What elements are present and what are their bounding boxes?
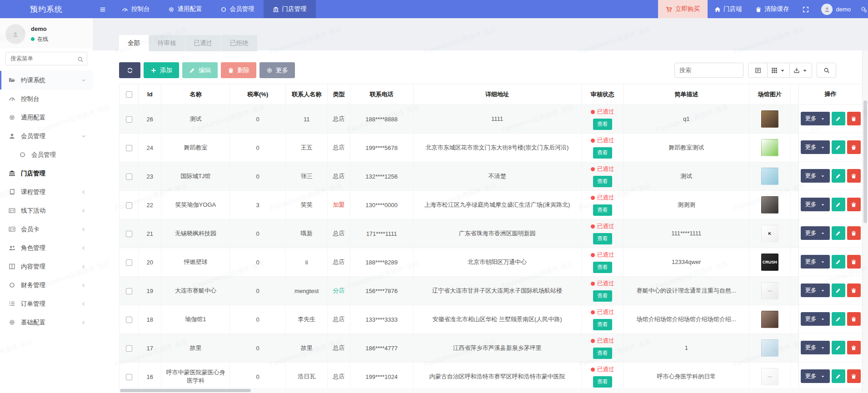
row-checkbox[interactable]	[126, 345, 132, 352]
row-edit-button[interactable]	[832, 284, 845, 297]
more-button[interactable]: 更多	[259, 62, 295, 78]
status-view-button[interactable]: 查看	[593, 147, 612, 159]
row-delete-button[interactable]	[847, 255, 861, 269]
tab-3[interactable]: 已通过	[185, 35, 221, 51]
row-checkbox[interactable]	[126, 288, 132, 294]
row-edit-button[interactable]	[832, 312, 845, 326]
sidebar-item-12[interactable]: 财务管理	[0, 276, 93, 294]
row-more-button[interactable]: 更多	[801, 312, 830, 326]
columns-button[interactable]	[768, 63, 790, 78]
row-edit-button[interactable]	[832, 255, 845, 269]
row-more-button[interactable]: 更多	[801, 341, 830, 354]
status-view-button[interactable]: 查看	[593, 262, 612, 273]
buy-now-button[interactable]: 立即购买	[658, 0, 708, 18]
status-view-button[interactable]: 查看	[593, 176, 612, 187]
sidebar-item-10[interactable]: 角色管理	[0, 239, 93, 257]
add-button[interactable]: 添加	[144, 62, 179, 78]
sidebar-item-6[interactable]: 门店管理	[0, 164, 93, 183]
row-more-button[interactable]: 更多	[801, 369, 830, 383]
venue-thumbnail[interactable]	[761, 168, 778, 185]
tab-1[interactable]: 全部	[119, 35, 149, 51]
store-portal-link[interactable]: 门店端	[708, 0, 749, 18]
status-view-button[interactable]: 查看	[593, 376, 612, 388]
row-delete-button[interactable]	[847, 369, 861, 383]
status-view-button[interactable]: 查看	[593, 233, 612, 244]
row-delete-button[interactable]	[847, 226, 861, 240]
row-more-button[interactable]: 更多	[801, 140, 830, 154]
top-nav-item-2[interactable]: 通用配置	[159, 0, 211, 18]
detail-view-button[interactable]	[748, 63, 768, 78]
table-search-input[interactable]	[674, 63, 743, 78]
user-menu[interactable]: demo	[816, 0, 856, 18]
row-more-button[interactable]: 更多	[801, 255, 830, 269]
fullscreen-button[interactable]	[796, 0, 816, 18]
row-more-button[interactable]: 更多	[801, 284, 830, 297]
row-delete-button[interactable]	[847, 169, 861, 183]
export-button[interactable]	[790, 63, 812, 78]
select-all-checkbox[interactable]	[126, 91, 132, 98]
row-checkbox[interactable]	[126, 145, 132, 151]
row-edit-button[interactable]	[832, 226, 845, 240]
row-checkbox[interactable]	[126, 259, 132, 266]
horizontal-scrollbar-thumb[interactable]	[120, 389, 251, 392]
sidebar-item-2[interactable]: 控制台	[0, 90, 93, 108]
vertical-scrollbar-thumb[interactable]	[863, 100, 867, 223]
vertical-scrollbar[interactable]	[862, 50, 868, 393]
venue-thumbnail[interactable]	[761, 196, 778, 214]
delete-button[interactable]: 删除	[221, 62, 256, 78]
row-more-button[interactable]: 更多	[801, 169, 830, 183]
sidebar-item-4[interactable]: 会员管理	[0, 127, 93, 145]
sidebar-item-11[interactable]: 内容管理	[0, 257, 93, 276]
row-delete-button[interactable]	[847, 198, 861, 211]
sidebar-item-3[interactable]: 通用配置	[0, 108, 93, 127]
row-edit-button[interactable]	[832, 369, 845, 383]
sidebar-item-14[interactable]: 基础配置	[0, 313, 93, 332]
tab-4[interactable]: 已拒绝	[221, 35, 257, 51]
refresh-button[interactable]	[119, 62, 140, 78]
venue-thumbnail[interactable]	[761, 339, 778, 357]
row-checkbox[interactable]	[126, 231, 132, 237]
venue-thumbnail[interactable]: —	[761, 368, 778, 385]
horizontal-scrollbar[interactable]	[119, 388, 862, 393]
sidebar-item-1[interactable]: 约课系统	[0, 71, 93, 90]
row-checkbox[interactable]	[126, 317, 132, 323]
row-checkbox[interactable]	[126, 116, 132, 123]
menu-search-input[interactable]	[5, 52, 87, 65]
row-delete-button[interactable]	[847, 312, 861, 326]
venue-thumbnail[interactable]	[761, 110, 778, 128]
clear-cache-link[interactable]: 清除缓存	[748, 0, 796, 18]
top-nav-item-4[interactable]: 门店管理	[264, 0, 316, 18]
row-more-button[interactable]: 更多	[801, 226, 830, 240]
row-edit-button[interactable]	[832, 198, 845, 211]
row-checkbox[interactable]	[126, 202, 132, 209]
row-more-button[interactable]: 更多	[801, 198, 830, 211]
row-more-button[interactable]: 更多	[801, 112, 830, 125]
top-nav-item-3[interactable]: 会员管理	[211, 0, 264, 18]
edit-button[interactable]: 编辑	[182, 62, 218, 78]
row-delete-button[interactable]	[847, 284, 861, 297]
row-delete-button[interactable]	[847, 341, 861, 354]
sidebar-item-9[interactable]: 会员卡	[0, 220, 93, 239]
tab-2[interactable]: 待审核	[149, 35, 185, 51]
row-edit-button[interactable]	[832, 169, 845, 183]
venue-thumbnail[interactable]: CRUSH	[761, 254, 778, 271]
row-delete-button[interactable]	[847, 140, 861, 154]
status-view-button[interactable]: 查看	[593, 119, 612, 130]
venue-thumbnail[interactable]	[761, 139, 778, 156]
sidebar-toggle-button[interactable]	[93, 0, 113, 18]
row-edit-button[interactable]	[832, 140, 845, 154]
status-view-button[interactable]: 查看	[593, 348, 612, 359]
sidebar-item-5[interactable]: 会员管理	[0, 145, 93, 164]
row-checkbox[interactable]	[126, 374, 132, 380]
sidebar-item-7[interactable]: 课程管理	[0, 183, 93, 201]
venue-thumbnail[interactable]	[761, 311, 778, 328]
search-toggle-button[interactable]	[817, 63, 836, 78]
row-checkbox[interactable]	[126, 174, 132, 180]
row-edit-button[interactable]	[832, 112, 845, 125]
avatar[interactable]	[5, 24, 25, 44]
settings-button[interactable]	[856, 0, 868, 18]
sidebar-item-13[interactable]: 订单管理	[0, 294, 93, 313]
row-delete-button[interactable]	[847, 112, 861, 125]
status-view-button[interactable]: 查看	[593, 290, 612, 302]
status-view-button[interactable]: 查看	[593, 204, 612, 216]
